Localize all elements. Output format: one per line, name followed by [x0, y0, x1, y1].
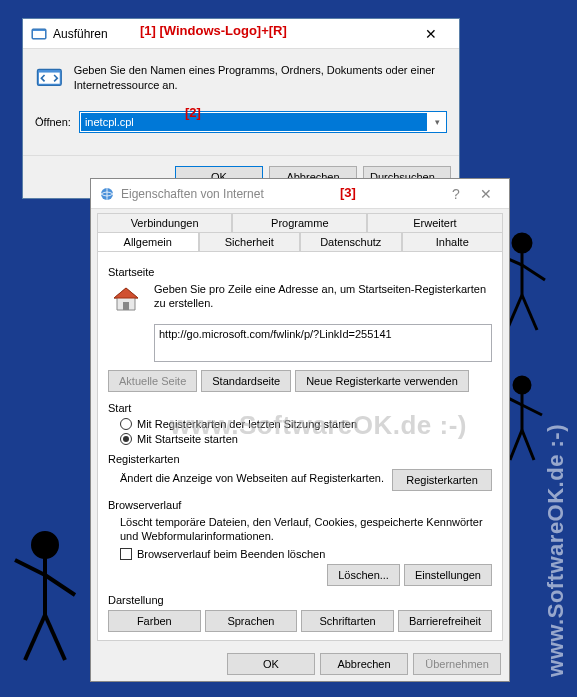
chevron-down-icon[interactable]: ▾ — [428, 117, 446, 127]
svg-line-5 — [45, 615, 65, 660]
svg-line-11 — [522, 295, 537, 330]
colors-button[interactable]: Farben — [108, 610, 201, 632]
svg-line-17 — [522, 430, 534, 460]
help-icon[interactable]: ? — [441, 186, 471, 202]
ok-button[interactable]: OK — [227, 653, 315, 675]
svg-line-4 — [25, 615, 45, 660]
fonts-button[interactable]: Schriftarten — [301, 610, 394, 632]
svg-line-3 — [45, 575, 75, 595]
svg-line-9 — [522, 265, 545, 280]
props-title: Eigenschaften von Internet — [121, 187, 441, 201]
svg-line-15 — [522, 405, 542, 415]
run-description: Geben Sie den Namen eines Programms, Ord… — [74, 63, 447, 99]
radio-last-session[interactable]: Mit Registerkarten der letzten Sitzung s… — [120, 418, 492, 430]
svg-rect-19 — [33, 31, 45, 38]
tab-general[interactable]: Allgemein — [97, 232, 199, 251]
accessibility-button[interactable]: Barrierefreiheit — [398, 610, 492, 632]
home-icon — [108, 282, 144, 318]
radio-icon — [120, 433, 132, 445]
run-title: Ausführen — [53, 27, 411, 41]
startpage-text: Geben Sie pro Zeile eine Adresse an, um … — [154, 282, 492, 318]
run-combobox[interactable]: ▾ — [79, 111, 447, 133]
tab-content[interactable]: Inhalte — [402, 232, 504, 251]
decorative-figure-left — [0, 520, 95, 680]
radio-homepage[interactable]: Mit Startseite starten — [120, 433, 492, 445]
tab-advanced[interactable]: Erweitert — [367, 213, 502, 232]
svg-point-12 — [514, 377, 530, 393]
apply-button: Übernehmen — [413, 653, 501, 675]
checkbox-icon — [120, 548, 132, 560]
run-window-icon — [31, 26, 47, 42]
history-label: Browserverlauf — [108, 499, 492, 511]
appearance-label: Darstellung — [108, 594, 492, 606]
internet-properties-dialog: Eigenschaften von Internet ? ✕ Verbindun… — [90, 178, 510, 682]
tab-content-general: Startseite Geben Sie pro Zeile eine Adre… — [97, 251, 503, 641]
run-dialog: Ausführen ✕ Geben Sie den Namen eines Pr… — [22, 18, 460, 199]
delete-button[interactable]: Löschen... — [327, 564, 400, 586]
tab-connections[interactable]: Verbindungen — [97, 213, 232, 232]
open-label: Öffnen: — [35, 116, 71, 128]
tabstrip: Verbindungen Programme Erweitert Allgeme… — [91, 209, 509, 251]
tabs-group-text: Ändert die Anzeige von Webseiten auf Reg… — [120, 471, 384, 485]
radio-homepage-label: Mit Startseite starten — [137, 433, 238, 445]
internet-options-icon — [99, 186, 115, 202]
radio-icon — [120, 418, 132, 430]
default-page-button[interactable]: Standardseite — [201, 370, 291, 392]
history-text: Löscht temporäre Dateien, den Verlauf, C… — [120, 515, 492, 544]
close-icon[interactable]: ✕ — [411, 26, 451, 42]
homepage-url-input[interactable]: http://go.microsoft.com/fwlink/p/?LinkId… — [154, 324, 492, 362]
tabs-button[interactable]: Registerkarten — [392, 469, 492, 491]
tab-security[interactable]: Sicherheit — [199, 232, 301, 251]
delete-on-exit-checkbox[interactable]: Browserverlauf beim Beenden löschen — [120, 548, 492, 560]
languages-button[interactable]: Sprachen — [205, 610, 298, 632]
run-input[interactable] — [81, 113, 427, 131]
svg-point-6 — [513, 234, 531, 252]
history-settings-button[interactable]: Einstellungen — [404, 564, 492, 586]
run-titlebar: Ausführen ✕ — [23, 19, 459, 49]
delete-on-exit-label: Browserverlauf beim Beenden löschen — [137, 548, 325, 560]
dialog-footer: OK Abbrechen Übernehmen — [91, 647, 509, 681]
tab-privacy[interactable]: Datenschutz — [300, 232, 402, 251]
radio-last-session-label: Mit Registerkarten der letzten Sitzung s… — [137, 418, 357, 430]
close-icon[interactable]: ✕ — [471, 186, 501, 202]
startpage-label: Startseite — [108, 266, 492, 278]
cancel-button[interactable]: Abbrechen — [320, 653, 408, 675]
svg-line-2 — [15, 560, 45, 575]
svg-line-16 — [510, 430, 522, 460]
svg-rect-23 — [123, 302, 129, 310]
run-dialog-icon — [35, 63, 64, 99]
current-page-button: Aktuelle Seite — [108, 370, 197, 392]
tab-programs[interactable]: Programme — [232, 213, 367, 232]
start-label: Start — [108, 402, 492, 414]
tabs-group-label: Registerkarten — [108, 453, 492, 465]
props-titlebar: Eigenschaften von Internet ? ✕ — [91, 179, 509, 209]
use-new-tab-button[interactable]: Neue Registerkarte verwenden — [295, 370, 469, 392]
svg-point-0 — [33, 533, 57, 557]
